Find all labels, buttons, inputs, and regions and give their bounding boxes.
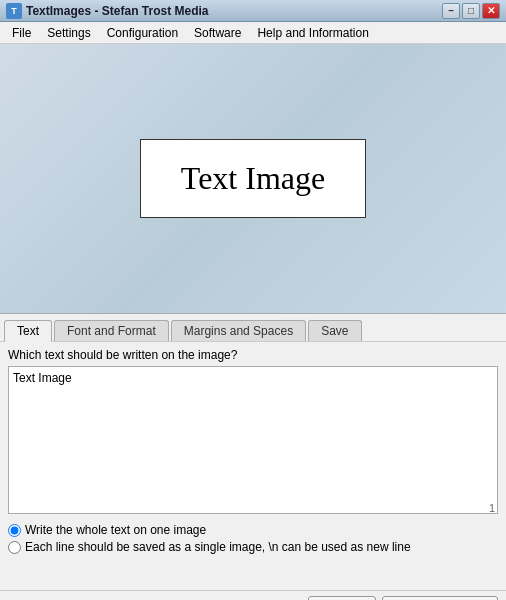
window-title: TextImages - Stefan Trost Media (26, 4, 209, 18)
footer: sttmedia.com/donate - Thank you very muc… (0, 590, 506, 600)
maximize-button[interactable]: □ (462, 3, 480, 19)
tabs-container: Text Font and Format Margins and Spaces … (0, 314, 506, 342)
close-button[interactable]: ✕ (482, 3, 500, 19)
radio-each-line-label: Each line should be saved as a single im… (25, 540, 411, 554)
app-icon: T (6, 3, 22, 19)
menu-software[interactable]: Software (186, 24, 249, 42)
minimize-button[interactable]: – (442, 3, 460, 19)
char-count: 1 (489, 502, 495, 514)
radio-section: Write the whole text on one image Each l… (8, 523, 498, 554)
preview-image-text: Text Image (181, 160, 325, 197)
tab-text[interactable]: Text (4, 320, 52, 342)
text-input[interactable]: Text Image (8, 366, 498, 514)
preview-image-box: Text Image (140, 139, 366, 218)
menu-help[interactable]: Help and Information (249, 24, 376, 42)
radio-whole-text-label: Write the whole text on one image (25, 523, 206, 537)
question-label: Which text should be written on the imag… (8, 348, 498, 362)
create-save-button[interactable]: Create and Save (382, 596, 498, 601)
next-button[interactable]: Next >> (308, 596, 376, 601)
radio-whole-text[interactable]: Write the whole text on one image (8, 523, 498, 537)
title-bar-left: T TextImages - Stefan Trost Media (6, 3, 209, 19)
radio-each-line-input[interactable] (8, 541, 21, 554)
menu-configuration[interactable]: Configuration (99, 24, 186, 42)
window-controls: – □ ✕ (442, 3, 500, 19)
menu-bar: File Settings Configuration Software Hel… (0, 22, 506, 44)
menu-file[interactable]: File (4, 24, 39, 42)
preview-area: Text Image (0, 44, 506, 314)
footer-buttons: Next >> Create and Save (308, 596, 498, 601)
radio-whole-text-input[interactable] (8, 524, 21, 537)
content-area: Which text should be written on the imag… (0, 342, 506, 590)
main-wrapper: Text Image Text Font and Format Margins … (0, 44, 506, 600)
title-bar: T TextImages - Stefan Trost Media – □ ✕ (0, 0, 506, 22)
tab-save[interactable]: Save (308, 320, 361, 341)
radio-each-line[interactable]: Each line should be saved as a single im… (8, 540, 498, 554)
tab-font-format[interactable]: Font and Format (54, 320, 169, 341)
text-area-wrapper: Text Image 1 (8, 366, 498, 517)
menu-settings[interactable]: Settings (39, 24, 98, 42)
tab-margins[interactable]: Margins and Spaces (171, 320, 306, 341)
